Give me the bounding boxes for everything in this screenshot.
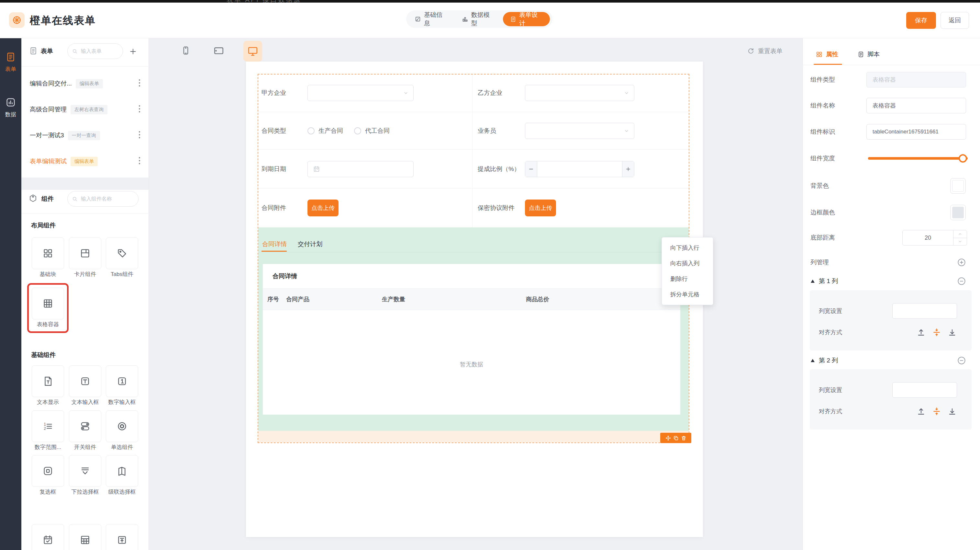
remove-column-icon[interactable] — [957, 356, 966, 365]
rail-item-data[interactable]: 数据 — [0, 97, 21, 118]
save-button[interactable]: 保存 — [906, 12, 936, 29]
form-list-item[interactable]: 一对一测试3 一对一查询 — [21, 123, 149, 148]
column-2-width-input[interactable] — [892, 382, 957, 398]
active-tab-underline — [261, 251, 287, 252]
form-list-item-active[interactable]: 表单编辑测试 编辑表单 — [21, 148, 149, 174]
component-card-date[interactable] — [32, 524, 64, 550]
forms-search-input[interactable] — [80, 48, 118, 54]
kebab-menu-icon[interactable] — [138, 156, 140, 166]
radio-oem-contract[interactable] — [354, 127, 361, 134]
component-card-text-display[interactable] — [32, 365, 64, 397]
browser-tab-fragment: 表单 API 接口数据源 — [227, 0, 301, 3]
due-date-input[interactable] — [307, 161, 414, 177]
column-header: 序号 — [267, 289, 279, 310]
delete-icon[interactable] — [681, 435, 686, 441]
kebab-menu-icon[interactable] — [138, 79, 140, 89]
components-search-input[interactable] — [80, 196, 134, 202]
menu-item-delete-row[interactable]: 删除行 — [662, 271, 713, 287]
menu-item-insert-column-right[interactable]: 向右插入列 — [662, 255, 713, 271]
desktop-icon — [247, 45, 259, 57]
party-a-select[interactable] — [307, 85, 414, 101]
form-list-item[interactable]: 高级合同管理 左树右表查询 — [21, 97, 149, 123]
tab-data-model[interactable]: 数据模型 — [456, 10, 501, 28]
component-card-basic-block[interactable] — [32, 238, 64, 269]
width-slider-track[interactable] — [868, 157, 968, 160]
background-color-picker[interactable] — [950, 178, 966, 194]
align-top-icon[interactable] — [916, 407, 926, 416]
tab-delivery-plan[interactable]: 交付计划 — [298, 237, 322, 251]
column-1-header[interactable]: 第 1 列 — [810, 273, 838, 289]
component-card-switch[interactable] — [69, 410, 101, 442]
column-header: 合同产品 — [286, 289, 309, 310]
app-window: 表单 API 接口数据源 橙单在线表单 基础信息 数据模型 表单设计 保存 返回… — [0, 0, 980, 550]
component-card-radio[interactable] — [106, 410, 138, 442]
align-top-icon[interactable] — [916, 328, 926, 337]
party-b-select[interactable] — [525, 85, 634, 101]
table-icon — [42, 298, 53, 309]
forms-list-icon — [29, 47, 38, 55]
align-middle-icon[interactable] — [932, 407, 941, 416]
rail-item-forms[interactable]: 表单 — [0, 52, 21, 73]
align-middle-icon[interactable] — [932, 328, 941, 337]
form-doc-icon — [5, 52, 16, 62]
plus-icon[interactable] — [622, 161, 634, 177]
kebab-menu-icon[interactable] — [138, 105, 140, 115]
upload-contract-button[interactable]: 点击上传 — [307, 199, 339, 216]
device-phone-button[interactable] — [177, 41, 195, 60]
form-doc-icon — [510, 16, 516, 22]
column-2-header[interactable]: 第 2 列 — [810, 353, 838, 368]
commission-value-field[interactable] — [537, 161, 622, 177]
minus-icon[interactable] — [525, 161, 537, 177]
component-card-dropdown[interactable] — [69, 455, 101, 487]
width-slider-handle[interactable] — [959, 154, 967, 163]
radio-production-contract[interactable] — [307, 127, 315, 134]
stepper-up-icon[interactable] — [953, 230, 967, 238]
move-icon[interactable] — [665, 435, 671, 441]
upload-nda-button[interactable]: 点击上传 — [525, 199, 556, 216]
column-1-width-input[interactable] — [892, 303, 957, 319]
column-1-settings — [810, 290, 972, 351]
component-card-table-grid[interactable] — [69, 524, 101, 550]
align-bottom-icon[interactable] — [948, 407, 957, 416]
field-label: 到期日期 — [261, 161, 286, 177]
tab-script[interactable]: 脚本 — [858, 47, 880, 62]
component-card-table-container[interactable] — [32, 288, 64, 319]
reset-form-button[interactable]: 重置表单 — [747, 43, 783, 59]
tab-properties[interactable]: 属性 — [816, 47, 838, 62]
component-card-number-range[interactable]: 12 — [32, 410, 64, 442]
component-card-upload[interactable] — [106, 524, 138, 550]
component-card-checkbox[interactable] — [32, 455, 64, 487]
back-button[interactable]: 返回 — [940, 12, 969, 29]
add-column-icon[interactable] — [957, 258, 966, 267]
component-name-input[interactable] — [866, 98, 966, 113]
menu-item-insert-row-below[interactable]: 向下插入行 — [662, 240, 713, 255]
device-desktop-button[interactable] — [243, 41, 262, 62]
component-card-card[interactable] — [69, 238, 101, 269]
calendar-check-icon — [42, 534, 53, 545]
remove-column-icon[interactable] — [957, 276, 966, 286]
component-card-text-input[interactable] — [69, 365, 101, 397]
salesman-select[interactable] — [525, 123, 634, 139]
tab-contract-detail[interactable]: 合同详情 — [262, 237, 287, 251]
component-id-input[interactable] — [866, 124, 966, 140]
tab-basic-info[interactable]: 基础信息 — [409, 10, 453, 28]
caret-up-icon — [810, 277, 815, 285]
card-icon — [80, 248, 91, 259]
device-tablet-button[interactable] — [210, 41, 228, 60]
bottom-margin-input[interactable] — [903, 230, 953, 245]
browser-strip: 表单 API 接口数据源 — [0, 0, 980, 3]
menu-item-split-cell[interactable]: 拆分单元格 — [662, 287, 713, 302]
copy-icon[interactable] — [673, 435, 679, 441]
component-type-input — [866, 72, 966, 88]
align-bottom-icon[interactable] — [948, 328, 957, 337]
stepper-down-icon[interactable] — [953, 238, 967, 246]
component-card-number-input[interactable] — [106, 365, 138, 397]
cascader-icon — [116, 466, 127, 477]
tab-form-design[interactable]: 表单设计 — [503, 12, 550, 26]
add-form-button[interactable] — [129, 47, 137, 56]
component-card-cascader[interactable] — [106, 455, 138, 487]
component-card-tabs[interactable] — [106, 238, 138, 269]
kebab-menu-icon[interactable] — [138, 131, 140, 140]
form-list-item[interactable]: 编辑合同交付... 编辑表单 — [21, 71, 149, 97]
border-color-picker[interactable] — [950, 205, 966, 220]
